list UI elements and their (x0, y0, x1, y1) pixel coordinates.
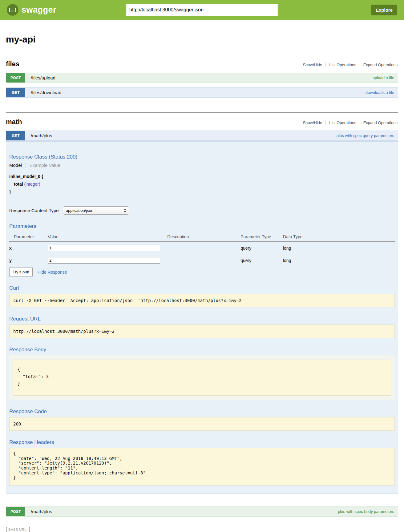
response-headers-json: { "date": "Wed, 22 Aug 2018 18:49:13 GMT… (9, 448, 395, 486)
operation-post-files-upload[interactable]: POST /files/upload upload a file (6, 73, 398, 83)
curl-heading: Curl (9, 285, 395, 291)
tab-example-value[interactable]: Example Value (26, 163, 60, 168)
model-prop-type: (integer) (24, 182, 40, 187)
section-math: math Show/Hide List Operations Expand Op… (6, 118, 398, 517)
operation-header-get-math-plus[interactable]: GET /math/plus plus with spec query para… (6, 131, 398, 141)
response-code-value: 200 (9, 417, 395, 431)
parameter-y-input[interactable] (48, 257, 160, 264)
response-body-heading: Response Body (9, 347, 395, 353)
operation-path: /math/plus (31, 509, 52, 514)
try-it-out-button[interactable]: Try it out! (9, 268, 33, 276)
base-url-footer: [ BASE URL: ] (6, 526, 398, 532)
response-code-heading: Response Code (9, 409, 395, 415)
parameters-table: Parameter Value Description Parameter Ty… (9, 232, 395, 266)
expand-operations-link-math[interactable]: Expand Operations (360, 120, 398, 125)
parameter-data-type: long (283, 242, 395, 254)
show-hide-link-math[interactable]: Show/Hide (299, 120, 325, 125)
parameter-name: y (9, 254, 48, 267)
operation-summary-link[interactable]: plus with spec query parameters (337, 133, 394, 138)
parameter-row-y: y query long (9, 254, 395, 267)
operation-path: /files/upload (31, 75, 55, 80)
tab-model[interactable]: Model (9, 163, 26, 168)
parameters-header-row: Parameter Value Description Parameter Ty… (9, 232, 395, 242)
list-operations-link-math[interactable]: List Operations (325, 120, 359, 125)
model-open: inline_model_0 { (9, 173, 395, 180)
response-body-json: { "total": 3 } (13, 360, 391, 396)
method-badge-post: POST (6, 507, 25, 516)
header-bar: {…} swagger Explore (0, 0, 404, 20)
request-url-value: http://localhost:3000/math/plus?x=1&y=2 (9, 324, 395, 338)
response-headers-heading: Response Headers (9, 439, 395, 445)
operation-post-math-plus[interactable]: POST /math/plus plus with spec body para… (6, 506, 398, 517)
parameter-type: query (240, 242, 283, 254)
section-files: files Show/Hide List Operations Expand O… (6, 60, 398, 98)
parameters-heading: Parameters (9, 223, 395, 229)
operation-path: /math/plus (31, 133, 52, 138)
operation-get-files-download[interactable]: GET /files/download downloads a file (6, 87, 398, 98)
section-title-math: math (6, 118, 22, 126)
parameter-name: x (9, 242, 48, 254)
model-tabs: Model Example Value (9, 163, 395, 168)
parameter-description (167, 242, 240, 254)
method-badge-get: GET (6, 131, 25, 140)
expand-operations-link-files[interactable]: Expand Operations (360, 62, 398, 67)
base-url-label: BASE URL: (8, 528, 27, 531)
column-parameter: Parameter (9, 232, 48, 242)
operation-content: Response Class (Status 200) Model Exampl… (6, 141, 398, 494)
column-value: Value (48, 232, 167, 242)
parameter-x-input[interactable] (48, 245, 160, 251)
response-content-type-select[interactable]: application/json (63, 206, 129, 215)
select-updown-arrows-icon (124, 209, 126, 212)
explore-button[interactable]: Explore (371, 5, 397, 15)
list-operations-link-files[interactable]: List Operations (325, 62, 359, 67)
parameter-row-x: x query long (9, 242, 395, 254)
method-badge-post: POST (6, 73, 25, 83)
parameter-type: query (240, 254, 283, 267)
parameter-description (167, 254, 240, 267)
swagger-braces-icon: {…} (7, 4, 18, 16)
response-body-number: 3 (46, 374, 49, 379)
section-title-files: files (6, 60, 19, 68)
spec-url-input[interactable] (127, 5, 277, 15)
column-parameter-type: Parameter Type (240, 232, 283, 242)
show-hide-link-files[interactable]: Show/Hide (299, 62, 325, 67)
selected-content-type: application/json (66, 208, 94, 213)
response-class-heading: Response Class (Status 200) (9, 154, 395, 160)
column-description: Description (167, 232, 240, 242)
operation-summary-link[interactable]: downloads a file (366, 90, 394, 95)
operation-summary-link[interactable]: plus with spec body parameters (338, 509, 394, 514)
model-close: } (9, 188, 395, 196)
operation-summary-link[interactable]: upload a file (373, 75, 394, 80)
hide-response-link[interactable]: Hide Response (38, 270, 67, 275)
method-badge-get: GET (6, 88, 25, 97)
swagger-logo[interactable]: {…} swagger (7, 4, 87, 16)
parameter-data-type: long (283, 254, 395, 267)
swagger-logo-text: swagger (22, 5, 56, 15)
section-divider (6, 112, 398, 113)
curl-command: curl -X GET --header 'Accept: applicatio… (9, 294, 395, 307)
response-content-type-label: Response Content Type (9, 208, 59, 213)
operation-path: /files/download (31, 90, 61, 95)
page-title: my-api (6, 34, 398, 45)
response-body-panel: { "total": 3 } (9, 355, 395, 400)
column-data-type: Data Type (283, 232, 395, 242)
model-prop-name: total (14, 182, 23, 187)
model-signature: inline_model_0 { total (integer) } (9, 173, 395, 196)
operation-get-math-plus: GET /math/plus plus with spec query para… (6, 131, 398, 494)
request-url-heading: Request URL (9, 316, 395, 322)
